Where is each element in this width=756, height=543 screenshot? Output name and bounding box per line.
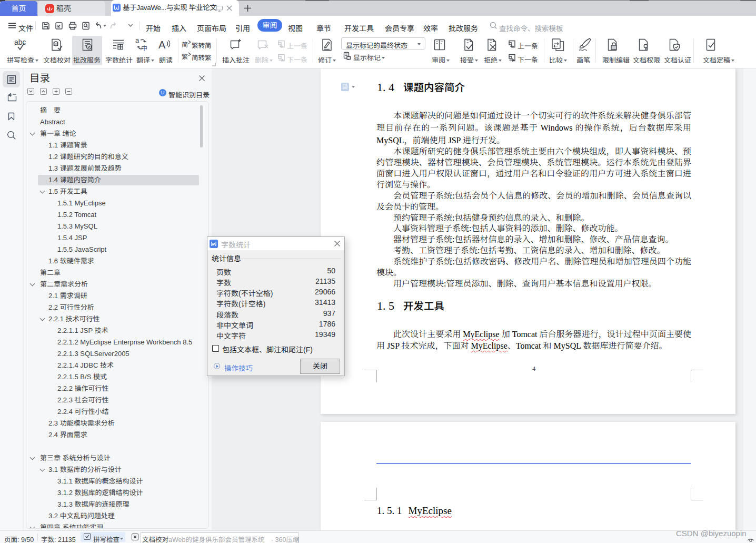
svg-text:abc: abc [14,38,26,46]
svg-text:A: A [158,39,166,51]
